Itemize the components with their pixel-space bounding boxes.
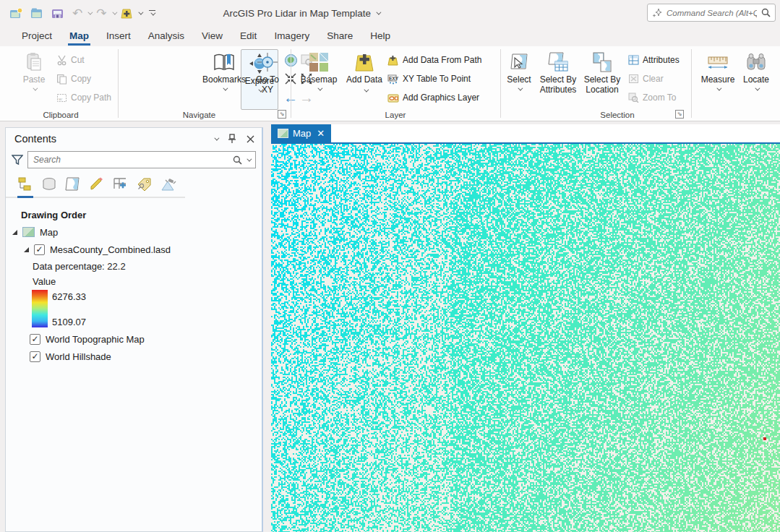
save-project-icon: [51, 7, 65, 20]
tab-imagery[interactable]: Imagery: [265, 27, 318, 46]
contents-menu-chevron[interactable]: [214, 135, 219, 140]
paste-button[interactable]: Paste: [13, 48, 55, 91]
contents-search-input[interactable]: [33, 155, 228, 165]
undo-dropdown-chevron[interactable]: [88, 9, 93, 14]
list-by-snapping-tab[interactable]: [113, 177, 129, 198]
window-title-text: ArcGIS Pro Lidar in Map Template: [223, 8, 372, 19]
add-data-from-path-button[interactable]: Add Data From Path: [387, 52, 481, 68]
tree-item-topographic[interactable]: ✓ World Topographic Map: [6, 330, 262, 348]
new-project-button[interactable]: [7, 4, 25, 22]
drawing-order-icon: [17, 177, 33, 192]
clear-button[interactable]: Clear: [628, 71, 680, 87]
list-by-editing-tab[interactable]: [89, 177, 105, 198]
tab-project[interactable]: Project: [13, 27, 61, 46]
topographic-checkbox[interactable]: ✓: [30, 334, 40, 345]
select-label: Select: [507, 75, 531, 85]
zoom-to-label: Zoom To: [643, 93, 676, 103]
tab-share[interactable]: Share: [318, 27, 361, 46]
tab-analysis[interactable]: Analysis: [140, 27, 193, 46]
xy-table-to-point-button[interactable]: EXY XY Table To Point: [387, 71, 481, 87]
close-icon[interactable]: [247, 135, 254, 143]
pin-icon[interactable]: [228, 134, 236, 144]
lasd-checkbox[interactable]: ✓: [34, 244, 45, 255]
tab-insert[interactable]: Insert: [98, 27, 140, 46]
map-canvas-area[interactable]: [271, 142, 780, 532]
bookmarks-icon: [213, 51, 235, 73]
measure-button[interactable]: Measure: [697, 48, 739, 91]
contents-search-icon[interactable]: [233, 155, 242, 165]
lasd-expand-arrow[interactable]: [24, 247, 29, 252]
cut-label: Cut: [71, 55, 85, 65]
command-search[interactable]: [647, 4, 776, 22]
list-by-selection-tab[interactable]: [65, 177, 81, 198]
map-view: Map ✕: [271, 124, 780, 532]
add-data-button[interactable]: Add Data: [346, 48, 383, 95]
select-chevron: [518, 85, 523, 90]
tree-item-map[interactable]: Map: [6, 223, 262, 241]
copy-button[interactable]: Copy: [56, 71, 111, 87]
select-by-attributes-button[interactable]: Select By Attributes: [536, 48, 580, 95]
contents-search-box[interactable]: [27, 151, 256, 168]
selection-dialog-launcher[interactable]: ⇘: [675, 110, 684, 119]
copy-path-button[interactable]: w: Copy Path: [56, 90, 111, 106]
copy-path-icon: w:: [56, 93, 67, 103]
lidar-point-cloud[interactable]: [271, 144, 780, 532]
select-by-attributes-label: Select By Attributes: [536, 75, 580, 95]
drawing-order-heading: Drawing Order: [6, 198, 262, 223]
tab-view[interactable]: View: [193, 27, 231, 46]
list-by-drawing-order-tab[interactable]: [17, 177, 33, 198]
cut-icon: [56, 55, 67, 66]
add-data-icon: [121, 7, 133, 20]
select-by-attributes-icon: [548, 51, 568, 73]
attributes-button[interactable]: Attributes: [628, 52, 680, 68]
filter-icon[interactable]: [12, 155, 23, 166]
select-button[interactable]: Select: [503, 48, 535, 91]
map-tab-close-icon[interactable]: ✕: [317, 128, 325, 139]
redo-button[interactable]: ↷: [94, 4, 108, 22]
undo-button[interactable]: ↶: [70, 4, 85, 22]
cut-button[interactable]: Cut: [56, 52, 111, 68]
list-by-data-source-tab[interactable]: [41, 177, 57, 198]
add-data-chevron: [364, 87, 369, 92]
labeling-icon: [137, 177, 153, 192]
customize-qat-button[interactable]: [149, 10, 155, 17]
add-data-quick-button[interactable]: [119, 4, 135, 22]
tree-item-hillshade[interactable]: ✓ World Hillshade: [6, 348, 262, 365]
add-graphics-layer-button[interactable]: Add Graphics Layer: [387, 90, 481, 106]
add-graphics-layer-icon: [387, 93, 399, 103]
group-separator: [118, 49, 119, 118]
measure-label: Measure: [701, 75, 735, 85]
open-project-button[interactable]: [28, 4, 46, 22]
add-data-dropdown-chevron[interactable]: [138, 9, 143, 14]
selection-tab-icon: [65, 177, 81, 192]
bookmarks-button[interactable]: Bookmarks: [200, 48, 248, 91]
clear-icon: [628, 74, 639, 84]
tab-map[interactable]: Map: [61, 27, 98, 46]
command-search-input[interactable]: [667, 9, 757, 17]
paste-icon: [25, 51, 43, 73]
go-to-xy-button[interactable]: Go To XY: [251, 48, 284, 95]
zoom-to-icon: [628, 93, 639, 103]
sparkle-icon: [652, 8, 662, 18]
tab-edit[interactable]: Edit: [231, 27, 265, 46]
project-title-chevron[interactable]: [376, 9, 381, 14]
redo-dropdown-chevron[interactable]: [112, 9, 117, 14]
xy-table-to-point-icon: EXY: [387, 74, 399, 85]
customize-qat-chevron: [150, 11, 155, 16]
zoom-to-button[interactable]: Zoom To: [628, 90, 680, 106]
copy-icon: [56, 74, 67, 85]
select-by-location-button[interactable]: Select By Location: [581, 48, 623, 95]
locate-icon: [746, 51, 766, 73]
save-project-button[interactable]: [49, 4, 67, 22]
locate-button[interactable]: Locate: [739, 48, 773, 91]
list-by-charts-tab[interactable]: [160, 177, 178, 198]
contents-search-chevron[interactable]: [247, 156, 252, 161]
tab-help[interactable]: Help: [361, 27, 399, 46]
map-view-tab[interactable]: Map ✕: [271, 124, 331, 142]
basemap-button[interactable]: Basemap: [298, 48, 340, 91]
hillshade-checkbox[interactable]: ✓: [30, 351, 40, 362]
map-expand-arrow[interactable]: [12, 230, 17, 235]
list-by-labeling-tab[interactable]: [137, 177, 153, 198]
tree-item-lasd[interactable]: ✓ MesaCounty_Combined.lasd: [6, 241, 262, 258]
open-project-icon: [30, 7, 44, 20]
